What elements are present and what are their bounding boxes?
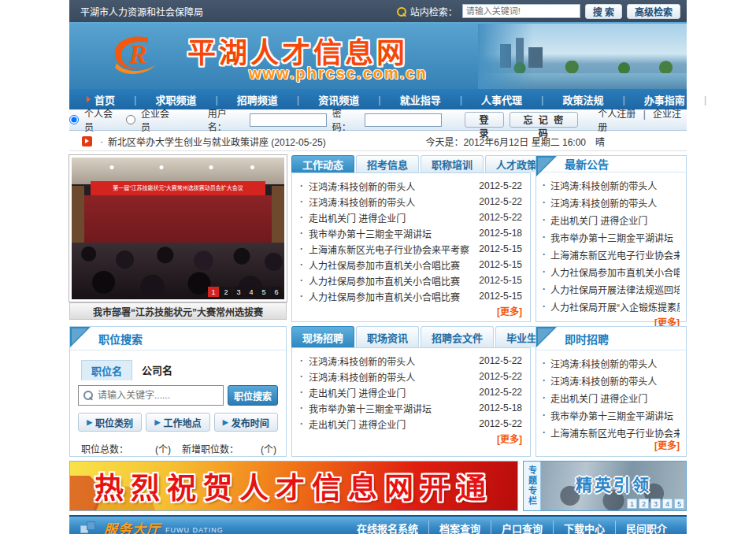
- nav-item-recruit[interactable]: 招聘频道: [206, 92, 287, 107]
- news-item[interactable]: 人力社保局参加市直机关小合唱比赛2012-5-15: [297, 273, 522, 288]
- nav-item-service-guide[interactable]: 办事指南: [613, 92, 694, 107]
- banner-page-1[interactable]: 1: [627, 499, 637, 509]
- news-item[interactable]: 汪鸿涛:科技创新的带头人2012-5-22: [297, 178, 522, 194]
- personal-register-link[interactable]: 个人注册: [598, 109, 636, 120]
- personal-member-radio[interactable]: [69, 115, 79, 124]
- nav-item-guidance[interactable]: 就业指导: [369, 92, 450, 107]
- photo-pagination: 1 2 3 4 5 6: [208, 287, 282, 297]
- login-button[interactable]: 登 录: [465, 112, 504, 128]
- ticker-news-link[interactable]: 新北区举办大学生创业与就业政策讲座 (2012-05-25): [108, 135, 326, 148]
- photo-page-4[interactable]: 4: [246, 287, 257, 297]
- link-archive-query[interactable]: 档案查询: [428, 521, 491, 534]
- announcement-item[interactable]: 汪鸿涛:科技创新的带头人: [539, 176, 680, 194]
- banner-page-2[interactable]: 2: [639, 499, 649, 509]
- panel-corner-icon: [536, 156, 557, 176]
- announcement-item[interactable]: 汪鸿涛:科技创新的带头人: [539, 194, 680, 211]
- job-search-title: 职位搜索: [98, 331, 143, 347]
- instant-item[interactable]: 汪鸿涛:科技创新的带头人: [539, 354, 680, 372]
- site-search-input[interactable]: [462, 4, 580, 18]
- link-download-center[interactable]: 下载中心: [553, 521, 615, 534]
- photo-page-1[interactable]: 1: [208, 287, 219, 297]
- celebration-banner[interactable]: 热烈祝贺人才信息网开通: [69, 461, 518, 511]
- filter-job-category-button[interactable]: ▶职位类别: [78, 413, 142, 432]
- banner-page-3[interactable]: 3: [650, 499, 661, 509]
- site-search-area: 站内检索： 搜 索 高级检索: [397, 4, 680, 19]
- nav-item-policy[interactable]: 政策法规: [532, 92, 613, 107]
- work-news-tabs: 工作动态 招考信息 职称培训 人才政策: [291, 155, 531, 172]
- news-photo[interactable]: 第一届“江苏技能状元”大赛常州选拔赛动员会扩大会议 1 2 3 4 5 6: [69, 155, 287, 302]
- nav-item-interactive[interactable]: 互动平台: [695, 92, 756, 107]
- forgot-password-button[interactable]: 忘 记 密 码: [510, 112, 578, 128]
- announcement-item[interactable]: 上海浦东新区光电子行业协会来平考: [539, 246, 680, 263]
- company-member-radio[interactable]: [126, 115, 135, 124]
- password-field[interactable]: [365, 113, 442, 127]
- filter-work-location-button[interactable]: ▶工作地点: [146, 413, 209, 432]
- instant-item[interactable]: 走出机关门 进得企业门: [539, 389, 680, 406]
- link-online-registration[interactable]: 在线报名系统: [346, 521, 428, 534]
- org-name: 平湖市人力资源和社会保障局: [80, 5, 203, 18]
- advanced-search-button[interactable]: 高级检索: [627, 4, 680, 19]
- banner-row: 热烈祝贺人才信息网开通 专题专栏 精英引领 1 2 3 4 5: [69, 461, 687, 511]
- photo-page-2[interactable]: 2: [220, 287, 232, 297]
- nav-item-home[interactable]: 首页: [77, 92, 124, 107]
- job-search-tabs: 职位名 公司名: [81, 360, 286, 380]
- photo-page-5[interactable]: 5: [258, 287, 269, 297]
- link-private-agency[interactable]: 民间职介: [615, 521, 677, 534]
- filter-publish-time-button[interactable]: ▶发布时间: [214, 413, 278, 432]
- banner-page-5[interactable]: 5: [674, 499, 684, 509]
- tab-onsite-recruit[interactable]: 现场招聘: [291, 326, 354, 347]
- tab-title-training[interactable]: 职称培训: [421, 155, 484, 172]
- announcement-item[interactable]: 走出机关门 进得企业门: [539, 211, 680, 228]
- tab-jobfair-files[interactable]: 招聘会文件: [421, 326, 494, 347]
- special-column-text: 精英引领: [576, 472, 651, 495]
- site-search-label: 站内检索：: [410, 5, 458, 18]
- news-item[interactable]: 上海浦东新区光电子行业协会来平考察2012-5-15: [297, 241, 522, 257]
- total-jobs-label: 职位总数：: [81, 442, 136, 455]
- banner-page-4[interactable]: 4: [662, 499, 673, 509]
- announcement-item[interactable]: 人力社保局开展“入企锻炼提素质”: [539, 298, 680, 315]
- search-icon: [397, 7, 406, 16]
- announcement-item[interactable]: 我市举办第十三期金平湖讲坛: [539, 228, 680, 246]
- photo-page-3[interactable]: 3: [233, 287, 244, 297]
- news-item[interactable]: 汪鸿涛:科技创新的带头人2012-5-22: [297, 353, 522, 369]
- special-column-banner[interactable]: 专题专栏 精英引领 1 2 3 4 5: [523, 461, 687, 511]
- tab-company-name[interactable]: 公司名: [132, 360, 182, 380]
- date-weather: 今天是：2012年6月12日 星期二 16:00 晴: [426, 135, 605, 148]
- work-news-more-link[interactable]: [更多]: [497, 306, 522, 317]
- nav-item-info[interactable]: 资讯频道: [287, 92, 369, 107]
- search-button[interactable]: 搜 索: [585, 4, 622, 19]
- recruit-news-more-link[interactable]: [更多]: [497, 434, 522, 445]
- tab-work-news[interactable]: 工作动态: [291, 155, 354, 172]
- announcements-panel: 最新公告 汪鸿涛:科技创新的带头人 汪鸿涛:科技创新的带头人 走出机关门 进得企…: [536, 155, 687, 322]
- ticker-icon: [82, 136, 92, 146]
- recruit-news-list: 汪鸿涛:科技创新的带头人2012-5-22 汪鸿涛:科技创新的带头人2012-5…: [297, 353, 522, 432]
- tab-career-info[interactable]: 职场资讯: [356, 326, 419, 347]
- nav-item-jobseek[interactable]: 求职频道: [124, 92, 206, 107]
- news-item[interactable]: 人力社保局参加市直机关小合唱比赛2012-5-15: [297, 257, 522, 273]
- news-item[interactable]: 走出机关门 进得企业门2012-5-22: [297, 384, 522, 400]
- news-item[interactable]: 我市举办第十三期金平湖讲坛2012-5-18: [297, 225, 522, 241]
- special-column-photo: 精英引领 1 2 3 4 5: [541, 462, 686, 510]
- news-item[interactable]: 我市举办第十三期金平湖讲坛2012-5-18: [297, 400, 522, 416]
- keyword-input[interactable]: [98, 390, 223, 401]
- nav-item-hr-agency[interactable]: 人事代理: [450, 92, 532, 107]
- announcement-item[interactable]: 人力社保局参加市直机关小合唱比赛: [539, 263, 680, 280]
- username-field[interactable]: [250, 113, 327, 127]
- tab-exam-info[interactable]: 招考信息: [356, 155, 419, 172]
- announcement-item[interactable]: 人力社保局开展法律法规巡回培训: [539, 280, 680, 298]
- triangle-icon: ▶: [87, 418, 92, 426]
- news-item[interactable]: 走出机关门 进得企业门2012-5-22: [297, 416, 522, 432]
- photo-page-6[interactable]: 6: [271, 287, 282, 297]
- instant-item[interactable]: 汪鸿涛:科技创新的带头人: [539, 372, 680, 389]
- service-links: 在线报名系统 档案查询 户口查询 下载中心 民间职介: [346, 521, 677, 534]
- tab-position-name[interactable]: 职位名: [81, 360, 132, 380]
- job-search-button[interactable]: 职位搜索: [228, 385, 278, 406]
- instant-recruit-more-link[interactable]: [更多]: [654, 440, 680, 451]
- news-item[interactable]: 走出机关门 进得企业门2012-5-22: [297, 210, 522, 225]
- news-item[interactable]: 汪鸿涛:科技创新的带头人2012-5-22: [297, 194, 522, 210]
- photo-caption[interactable]: 我市部署“江苏技能状元”大赛常州选拔赛: [69, 302, 287, 320]
- instant-item[interactable]: 我市举办第十三期金平湖讲坛: [539, 406, 680, 424]
- news-item[interactable]: 汪鸿涛:科技创新的带头人2012-5-22: [297, 369, 522, 384]
- link-hukou-query[interactable]: 户口查询: [491, 521, 553, 534]
- news-item[interactable]: 人力社保局参加市直机关小合唱比赛2012-5-15: [297, 288, 522, 304]
